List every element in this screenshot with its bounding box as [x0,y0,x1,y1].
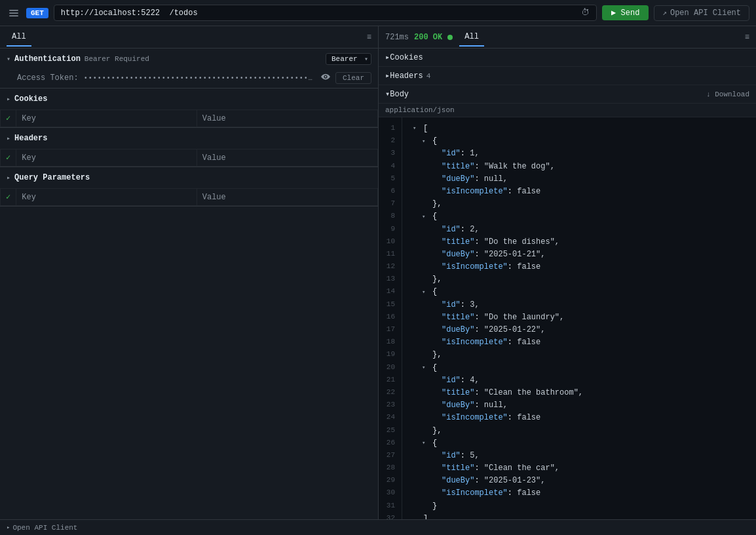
tab-all[interactable]: All [7,28,31,47]
auth-section-title: Authentication [14,54,81,64]
code-line-3: "id": 1, [410,148,748,160]
sidebar-toggle[interactable] [7,6,21,20]
top-bar: GET ⏱ ▶ Send ↗ Open API Client [0,0,756,26]
svg-rect-1 [9,12,18,14]
code-content-12: "isIncomplete": false [442,261,540,273]
content-type-label: application/json [385,106,455,114]
collapse-arrow-20[interactable]: ▾ [422,363,430,372]
resp-cookies-title: Cookies [390,53,423,62]
resp-cookies-header[interactable]: ▸ Cookies [379,49,756,67]
code-line-24: "isIncomplete": false [410,412,748,424]
right-filter-icon[interactable]: ≡ [745,33,749,42]
code-content-27: "id": 5, [442,450,480,462]
resp-cookies-chevron: ▸ [385,52,390,62]
cookies-table: ✓ Key Value [0,109,378,127]
right-tab-all[interactable]: All [459,28,484,47]
left-panel-tabs: All ≡ [0,26,378,49]
line-numbers: 1234567891011121314151617181920212223242… [379,117,402,519]
auth-chevron: ▾ [7,55,10,63]
resp-body-header[interactable]: ▾ Body ↓ Download [379,85,756,104]
query-check[interactable]: ✓ [1,189,16,206]
code-line-10: "title": "Do the dishes", [410,236,748,248]
code-panel[interactable]: 1234567891011121314151617181920212223242… [379,117,756,519]
open-api-button[interactable]: ↗ Open API Client [654,5,749,21]
code-content-13: }, [432,273,442,286]
code-content-17: "dueBy": "2025-01-22", [442,324,545,336]
headers-row: ✓ Key Value [1,149,378,167]
code-line-17: "dueBy": "2025-01-22", [410,324,748,336]
code-content-14: { [432,286,437,298]
code-content-30: "isIncomplete": false [442,487,540,500]
bottom-label[interactable]: Open API Client [12,524,77,532]
collapse-arrow-26[interactable]: ▾ [422,439,430,448]
cookies-chevron: ▸ [7,95,10,103]
code-content-7: }, [432,198,442,210]
headers-table: ✓ Key Value [0,149,378,167]
code-line-16: "title": "Do the laundry", [410,311,748,324]
query-params-section-header[interactable]: ▸ Query Parameters [0,167,378,188]
code-content-23: "dueBy": null, [442,399,508,412]
collapse-arrow-14[interactable]: ▾ [422,288,430,297]
headers-key[interactable]: Key [16,149,197,167]
main-split: All ≡ ▾ Authentication Bearer Required B… [0,26,756,519]
code-line-26: ▾{ [410,437,748,450]
access-token-row: Access Token: ••••••••••••••••••••••••••… [0,69,378,88]
code-line-13: }, [410,273,748,286]
code-line-5: "dueBy": null, [410,173,748,186]
cookies-key[interactable]: Key [16,110,197,127]
code-line-14: ▾{ [410,286,748,298]
code-line-6: "isIncomplete": false [410,186,748,198]
code-line-18: "isIncomplete": false [410,336,748,349]
access-token-value: ••••••••••••••••••••••••••••••••••••••••… [84,75,316,82]
auth-type-select[interactable]: Bearer Basic None [326,53,371,65]
headers-check[interactable]: ✓ [1,149,16,167]
download-button[interactable]: ↓ Download [706,90,749,98]
query-key[interactable]: Key [16,189,197,206]
right-panel-tabs: 721ms 200 OK All ≡ [379,26,756,49]
collapse-arrow-8[interactable]: ▾ [422,212,430,222]
headers-section-header[interactable]: ▸ Headers [0,128,378,149]
status-code: 200 OK [414,33,442,42]
headers-value[interactable]: Value [197,149,377,167]
code-content-5: "dueBy": null, [442,173,508,186]
eye-icon[interactable] [321,72,330,84]
code-line-22: "title": "Clean the bathroom", [410,387,748,399]
status-dot [447,35,453,40]
resp-headers-header[interactable]: ▸ Headers 4 [379,67,756,85]
collapse-arrow-2[interactable]: ▾ [422,137,430,146]
query-params-section: ▸ Query Parameters ✓ Key Value [0,167,378,207]
auth-section: ▾ Authentication Bearer Required Bearer … [0,49,378,89]
query-value[interactable]: Value [197,189,377,206]
resp-headers-badge: 4 [426,72,431,80]
code-content-31: } [432,500,437,513]
code-line-25: }, [410,425,748,437]
headers-chevron: ▸ [7,134,10,142]
cookies-section-header[interactable]: ▸ Cookies [0,89,378,109]
cookies-check[interactable]: ✓ [1,110,16,127]
collapse-arrow-1[interactable]: ▾ [413,124,421,133]
code-content-19: }, [432,349,442,361]
url-bar[interactable]: ⏱ [54,5,597,21]
code-content-32: ] [423,513,428,519]
code-line-30: "isIncomplete": false [410,487,748,500]
query-params-section-title: Query Parameters [14,173,90,182]
status-ms: 721ms [385,33,409,42]
cookies-value[interactable]: Value [197,110,377,127]
code-content-24: "isIncomplete": false [442,412,540,424]
send-button[interactable]: ▶ Send [602,5,649,20]
code-line-11: "dueBy": "2025-01-21", [410,248,748,261]
code-content-29: "dueBy": "2025-01-23", [442,475,545,487]
code-content-26: { [432,437,437,450]
code-content-9: "id": 2, [442,224,480,236]
auth-section-header[interactable]: ▾ Authentication Bearer Required Bearer … [0,49,378,69]
code-content-20: { [432,362,437,374]
auth-section-badge: Bearer Required [85,55,149,63]
left-filter-icon[interactable]: ≡ [367,33,371,42]
clear-button[interactable]: Clear [335,72,371,84]
code-line-21: "id": 4, [410,374,748,387]
bottom-bar: ▸ Open API Client [0,519,756,535]
code-lines: ▾[▾{"id": 1,"title": "Walk the dog","due… [402,117,756,519]
svg-rect-0 [9,10,18,11]
code-line-23: "dueBy": null, [410,399,748,412]
url-input[interactable] [61,9,577,18]
